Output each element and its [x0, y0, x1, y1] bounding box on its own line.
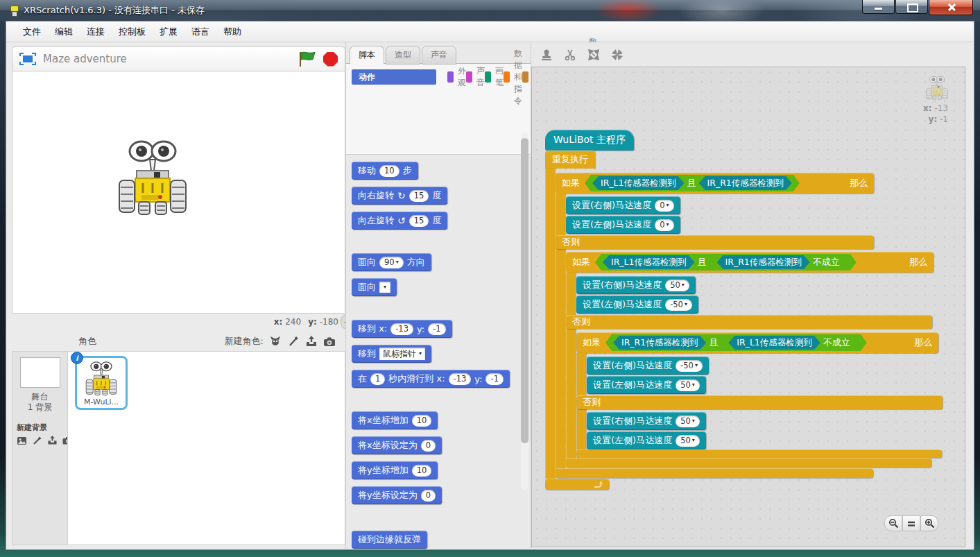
paint-sprite-icon[interactable] — [287, 335, 300, 348]
block-turn-right[interactable]: 向右旋转↻15度 — [352, 187, 447, 205]
palette-scrollbar-thumb[interactable] — [521, 138, 528, 443]
set-left-motor-else[interactable]: 设置(左侧)马达速度50▾ — [587, 431, 706, 449]
motor-value-dropdown[interactable]: 50▾ — [665, 280, 689, 291]
set-right-motor-50[interactable]: 设置(右侧)马达速度50▾ — [576, 276, 696, 294]
stop-button[interactable] — [323, 52, 338, 67]
block-goto-mouse[interactable]: 移到鼠标指针▾ — [352, 345, 431, 363]
if-block-2[interactable]: 如果 IR_L1传感器检测到 且 IR_R1传感器检测到 不成立 那么 — [566, 252, 934, 273]
block-turn-left[interactable]: 向左旋转↺15度 — [352, 212, 447, 230]
sensor-irl1[interactable]: IR_L1传感器检测到 — [728, 336, 820, 350]
new-sprite-library-icon[interactable] — [269, 335, 282, 348]
motor-value-dropdown[interactable]: 50▾ — [676, 379, 700, 391]
set-left-motor-neg50[interactable]: 设置(左侧)马达速度-50▾ — [576, 295, 698, 314]
sprites-header: 角色 — [78, 335, 225, 348]
sprite-name: M-WuLi... — [84, 397, 119, 408]
motor-value-dropdown[interactable]: -50▾ — [676, 360, 703, 372]
not-condition[interactable]: IR_L1传感器检测到 不成立 — [721, 335, 859, 350]
block-set-y[interactable]: 将y坐标设定为0 — [352, 486, 442, 504]
if2-arm — [566, 273, 576, 468]
and-condition-3[interactable]: IR_R1传感器检测到 且 IR_L1传感器检测到 不成立 — [605, 334, 867, 351]
upload-sprite-icon[interactable] — [305, 335, 318, 348]
zoom-in-button[interactable] — [920, 515, 938, 531]
stage-canvas[interactable] — [12, 71, 345, 314]
block-glide[interactable]: 在1秒内滑行到 x:-13y:-1 — [352, 370, 510, 388]
stage-thumbnail[interactable] — [20, 357, 60, 388]
maximize-button[interactable] — [895, 0, 928, 14]
block-move[interactable]: 移动10步 — [352, 162, 418, 180]
category-motion[interactable]: 动作 — [352, 69, 436, 85]
project-title[interactable]: Maze adventure — [43, 53, 298, 65]
paint-backdrop-icon[interactable] — [31, 434, 43, 447]
backdrop-count: 1 背景 — [28, 402, 52, 413]
hat-block-main-program[interactable]: WuLiBot 主程序 — [545, 130, 634, 151]
close-button[interactable] — [929, 0, 973, 15]
motor-value-dropdown[interactable]: -50▾ — [665, 299, 692, 311]
motor-value-dropdown[interactable]: 0▾ — [655, 219, 673, 231]
category-data[interactable]: 数据和指令 — [504, 69, 522, 85]
fullscreen-icon[interactable] — [19, 53, 36, 65]
motor-value-dropdown[interactable]: 50▾ — [676, 415, 700, 427]
camera-sprite-icon[interactable] — [323, 335, 336, 348]
set-left-motor-0[interactable]: 设置(左侧)马达速度0▾ — [566, 216, 680, 234]
shrink-icon[interactable] — [610, 48, 624, 62]
set-right-motor-neg50[interactable]: 设置(右侧)马达速度-50▾ — [587, 357, 709, 375]
menu-language[interactable]: 语言 — [184, 26, 216, 38]
sprite-tile-wulibot[interactable]: i M-WuLi... — [75, 356, 128, 410]
motor-value-dropdown[interactable]: 0▾ — [655, 200, 673, 212]
motor-value-dropdown[interactable]: 50▾ — [676, 435, 700, 447]
sensor-irl1[interactable]: IR_L1传感器检测到 — [592, 176, 685, 190]
green-flag-button[interactable] — [298, 51, 316, 67]
titlebar[interactable]: XRScratch(v1.6.3) - 没有连接串口 - 未保存 — [0, 0, 980, 21]
set-left-motor-50[interactable]: 设置(左侧)马达速度50▾ — [587, 376, 706, 394]
menu-file[interactable]: 文件 — [16, 26, 48, 38]
block-change-y[interactable]: 将y坐标增加10 — [352, 461, 438, 479]
if-block-1[interactable]: 如果 IR_L1传感器检测到 且 IR_R1传感器检测到 那么 — [556, 173, 874, 194]
stage-selector[interactable]: 舞台 1 背景 新建背景 — [12, 351, 67, 545]
block-set-x[interactable]: 将x坐标设定为0 — [352, 436, 442, 454]
menu-extensions[interactable]: 扩展 — [153, 26, 184, 38]
tab-sounds[interactable]: 声音 — [422, 46, 456, 65]
menu-board[interactable]: 控制板 — [112, 26, 153, 38]
and-condition-1[interactable]: IR_L1传感器检测到 且 IR_R1传感器检测到 — [585, 175, 800, 191]
tab-scripts[interactable]: 脚本 — [350, 46, 384, 65]
robot-sprite[interactable] — [118, 139, 187, 217]
sensor-irl1[interactable]: IR_L1传感器检测到 — [603, 255, 695, 269]
menu-edit[interactable]: 编辑 — [48, 26, 80, 38]
sensor-irr1[interactable]: IR_R1传感器检测到 — [717, 255, 810, 269]
zoom-reset-button[interactable] — [902, 515, 920, 531]
block-goto-xy[interactable]: 移到 x:-13y:-1 — [352, 320, 452, 338]
palette-scrollbar[interactable] — [521, 132, 528, 490]
block-change-x[interactable]: 将x坐标增加10 — [352, 411, 438, 429]
category-looks[interactable]: 外观 — [447, 69, 466, 85]
menu-connect[interactable]: 连接 — [80, 26, 112, 38]
block-point-towards[interactable]: 面向▾ — [352, 278, 397, 296]
block-bounce[interactable]: 碰到边缘就反弹 — [352, 531, 427, 549]
sensor-irr1[interactable]: IR_R1传感器检测到 — [613, 336, 706, 350]
zoom-out-button[interactable] — [884, 515, 902, 531]
sprite-info-icon[interactable]: i — [71, 352, 83, 364]
sensor-irr1[interactable]: IR_R1传感器检测到 — [699, 176, 792, 190]
if3-close-bar — [576, 449, 942, 458]
scissors-icon[interactable] — [563, 48, 577, 62]
forever-block[interactable]: 重复执行 — [545, 151, 595, 169]
script-canvas[interactable]: x: -13 y: -1 WuLiBot 主程序 重复执行 如果 — [531, 67, 965, 547]
not-condition[interactable]: IR_R1传感器检测到 不成立 — [710, 255, 849, 270]
and-condition-2[interactable]: IR_L1传感器检测到 且 IR_R1传感器检测到 不成立 — [595, 254, 857, 271]
tab-costumes[interactable]: 造型 — [386, 46, 420, 65]
if-block-3[interactable]: 如果 IR_R1传感器检测到 且 IR_L1传感器检测到 不成立 那么 — [576, 332, 938, 353]
stamp-icon[interactable] — [540, 48, 553, 62]
set-right-motor-else[interactable]: 设置(右侧)马达速度50▾ — [587, 412, 706, 430]
point-towards-dropdown[interactable]: ▾ — [379, 282, 390, 293]
turn-ccw-icon: ↺ — [397, 215, 406, 226]
else-bar-3: 否则 — [576, 395, 943, 409]
set-right-motor-0[interactable]: 设置(右侧)马达速度0▾ — [566, 196, 680, 214]
category-sound[interactable]: 声音 — [466, 69, 485, 85]
block-point-direction[interactable]: 面向90▾方向 — [352, 253, 431, 271]
category-pen[interactable]: 画笔 — [485, 69, 504, 85]
backdrop-library-icon[interactable] — [15, 434, 28, 447]
upload-backdrop-icon[interactable] — [46, 434, 58, 447]
goto-target-dropdown[interactable]: 鼠标指针▾ — [379, 348, 425, 360]
menu-help[interactable]: 帮助 — [216, 26, 248, 38]
minimize-button[interactable] — [862, 0, 895, 14]
grow-icon[interactable] — [587, 48, 601, 62]
